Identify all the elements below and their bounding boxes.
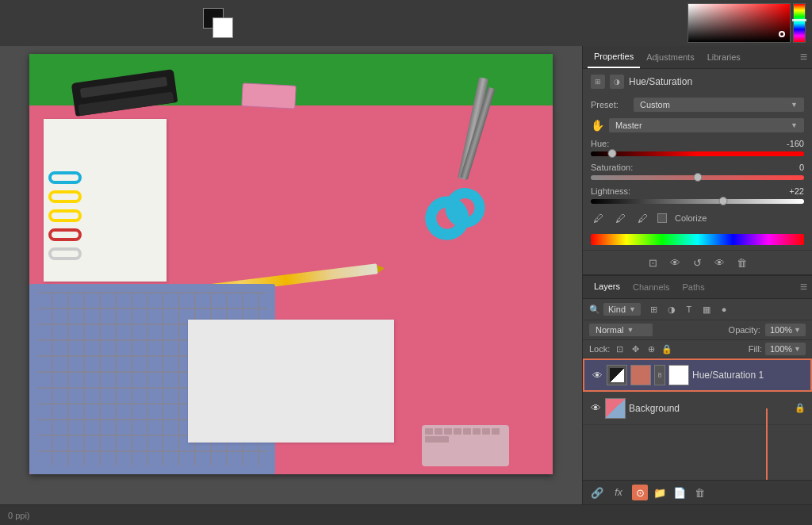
master-dropdown[interactable]: Master ▼ [609, 118, 804, 132]
lock-label: Lock: [589, 344, 610, 354]
delete-layer-icon[interactable]: 🗑 [691, 485, 707, 500]
hs-icon-1: ⊞ [591, 75, 605, 89]
lightness-value: +22 [789, 186, 804, 196]
tab-adjustments[interactable]: Adjustments [640, 47, 701, 67]
master-row: ✋ Master ▼ [583, 115, 812, 136]
status-text: 0 ppi) [8, 511, 30, 520]
fg-bg-swatches[interactable] [203, 8, 233, 38]
lightness-label: Lightness: [591, 186, 630, 196]
layer-name-huesat: Hue/Saturation 1 [692, 370, 804, 381]
lightness-track[interactable] [591, 199, 804, 204]
canvas-area [0, 46, 582, 504]
layers-panel-tabs: Layers Channels Paths ≡ [583, 276, 812, 299]
bottom-icon-clip[interactable]: 👁 [712, 255, 728, 270]
color-bar-row [583, 229, 812, 250]
layers-bottom-bar: 🔗 fx ⊙ 📁 📄 🗑 [583, 480, 812, 504]
fill-label: Fill: [749, 344, 762, 354]
panel-title: Hue/Saturation [629, 76, 692, 87]
eyedropper-icon-3[interactable]: 🖊 [635, 211, 649, 225]
layer-visibility-huesat[interactable]: 👁 [591, 370, 603, 381]
tab-channels[interactable]: Channels [626, 277, 676, 297]
properties-section: Properties Adjustments Libraries ≡ ⊞ ◑ H… [583, 46, 812, 274]
layer-thumb-huesat-icon [607, 365, 627, 385]
lock-icon-4[interactable]: 🔒 [661, 343, 673, 355]
layer-item-background[interactable]: 👁 Background 🔒 [583, 392, 812, 425]
right-panel: Properties Adjustments Libraries ≡ ⊞ ◑ H… [582, 46, 812, 504]
hue-track[interactable] [591, 151, 804, 156]
filter-adjust-icon[interactable]: ◑ [665, 302, 679, 316]
filter-smart-icon[interactable]: ● [717, 302, 731, 316]
eyedropper-icon-2[interactable]: 🖊 [613, 211, 627, 225]
fill-value[interactable]: 100% ▼ [765, 343, 806, 355]
filter-type-icon[interactable]: T [682, 302, 696, 316]
color-picker-gradient[interactable] [688, 3, 806, 43]
hue-label: Hue: [591, 139, 609, 148]
layer-visibility-bg[interactable]: 👁 [589, 402, 602, 414]
layers-section: Layers Channels Paths ≡ 🔍 Kind ▼ ⊞ ◑ T [583, 274, 812, 504]
opacity-value[interactable]: 100% ▼ [765, 324, 806, 336]
properties-header: ⊞ ◑ Hue/Saturation [583, 69, 812, 94]
layer-thumb-huesat-mask [668, 365, 689, 385]
bottom-icon-delete[interactable]: 🗑 [734, 255, 750, 270]
filter-icons: ⊞ ◑ T ▦ ● [647, 302, 731, 316]
new-fill-icon[interactable]: ⊙ [632, 485, 648, 500]
colorize-checkbox[interactable] [657, 213, 667, 223]
tab-libraries[interactable]: Libraries [701, 47, 747, 67]
hs-icon-2: ◑ [610, 75, 624, 89]
lock-icon-1[interactable]: ⊡ [613, 343, 626, 355]
lock-row: Lock: ⊡ ✥ ⊕ 🔒 Fill: 100% ▼ [583, 340, 812, 358]
saturation-label: Saturation: [591, 163, 633, 172]
lightness-slider-row: Lightness: +22 [583, 183, 812, 207]
preset-dropdown[interactable]: Custom ▼ [634, 98, 804, 112]
layer-name-bg: Background [629, 403, 791, 414]
layers-menu-icon[interactable]: ≡ [800, 280, 807, 294]
layers-toolbar: 🔍 Kind ▼ ⊞ ◑ T ▦ ● [583, 299, 812, 320]
colorize-row: 🖊 🖊 🖊 Colorize [583, 207, 812, 229]
new-layer-icon[interactable]: 📄 [672, 485, 688, 500]
panel-menu-icon[interactable]: ≡ [800, 50, 807, 64]
filter-shape-icon[interactable]: ▦ [699, 302, 714, 316]
layer-thumb-huesat-8: 8 [654, 365, 665, 385]
filter-pixel-icon[interactable]: ⊞ [647, 302, 661, 316]
hue-value: -160 [787, 139, 804, 148]
colorize-label: Colorize [675, 213, 707, 223]
lock-icon-3[interactable]: ⊕ [645, 343, 657, 355]
blend-mode-row: Normal ▼ Opacity: 100% ▼ [583, 320, 812, 340]
saturation-slider-row: Saturation: 0 [583, 159, 812, 183]
preset-label: Preset: [591, 100, 629, 109]
layer-thumb-bg [605, 398, 626, 419]
layers-list: 👁 8 Hue/Saturation 1 👁 Background [583, 358, 812, 480]
layer-item-huesat[interactable]: 👁 8 Hue/Saturation 1 [583, 358, 812, 392]
hand-icon: ✋ [591, 119, 604, 132]
kind-dropdown[interactable]: Kind ▼ [603, 303, 641, 316]
saturation-value: 0 [799, 163, 804, 172]
status-bar: 0 ppi) [0, 504, 812, 525]
layer-thumb-huesat-face [630, 365, 651, 385]
preset-row: Preset: Custom ▼ [583, 94, 812, 115]
opacity-label: Opacity: [729, 325, 760, 335]
link-icon[interactable]: 🔗 [589, 485, 605, 500]
properties-bottom-bar: ⊡ 👁 ↺ 👁 🗑 [583, 250, 812, 274]
blend-mode-dropdown[interactable]: Normal ▼ [589, 324, 653, 336]
saturation-track[interactable] [591, 175, 804, 180]
tab-paths[interactable]: Paths [676, 277, 711, 297]
search-icon: 🔍 [589, 305, 600, 315]
top-bar [0, 0, 812, 46]
hue-slider-row: Hue: -160 [583, 136, 812, 159]
bottom-icon-mask[interactable]: ⊡ [645, 255, 661, 270]
canvas-image [29, 54, 553, 474]
color-bar [591, 234, 804, 245]
group-icon[interactable]: 📁 [652, 485, 668, 500]
tab-layers[interactable]: Layers [588, 276, 626, 298]
layer-lock-icon: 🔒 [795, 403, 806, 413]
tab-properties[interactable]: Properties [588, 46, 640, 68]
eyedropper-icon-1[interactable]: 🖊 [591, 211, 605, 225]
panel-tabs: Properties Adjustments Libraries ≡ [583, 46, 812, 69]
fx-label[interactable]: fx [609, 485, 628, 500]
lock-icon-2[interactable]: ✥ [629, 343, 642, 355]
bottom-icon-eye[interactable]: 👁 [668, 255, 684, 270]
bottom-icon-reset[interactable]: ↺ [690, 255, 706, 270]
